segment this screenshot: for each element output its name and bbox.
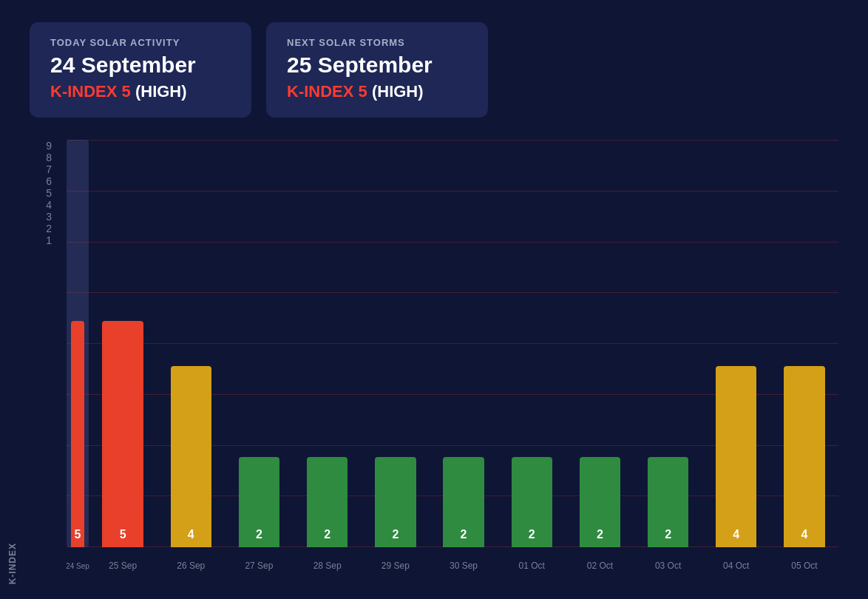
bar-group: 2 <box>566 140 634 547</box>
x-label-group: 04 Oct <box>702 547 770 584</box>
x-axis-label: 30 Sep <box>450 561 478 571</box>
y-axis-label: 1 <box>30 234 59 246</box>
bar-value-label: 2 <box>665 528 671 541</box>
card-subtitle-0: TODAY SOLAR ACTIVITY <box>50 37 231 48</box>
bar-value-label: 4 <box>801 528 808 541</box>
card-date-0: 24 September <box>50 53 231 78</box>
bar-value-label: 2 <box>392 528 399 541</box>
x-label-group: 03 Oct <box>634 547 702 584</box>
x-label-group: 30 Sep <box>430 547 498 584</box>
bar-value-label: 4 <box>188 528 194 541</box>
kindex-label-0: K-INDEX 5 <box>50 82 131 101</box>
x-axis-label: 01 Oct <box>519 561 545 571</box>
bar-group: 2 <box>362 140 430 547</box>
bar: 2 <box>580 457 620 547</box>
x-labels: 24 Sep25 Sep26 Sep27 Sep28 Sep29 Sep30 S… <box>67 547 838 584</box>
bar: 5 <box>71 321 84 547</box>
y-axis-label: 3 <box>30 211 59 223</box>
bar-value-label: 2 <box>597 528 603 541</box>
y-axis-label: 7 <box>30 163 59 175</box>
card-kindex-1: K-INDEX 5 (HIGH) <box>287 82 467 101</box>
bar-group: 2 <box>294 140 362 547</box>
kindex-suffix-0: (HIGH) <box>135 82 187 101</box>
kindex-label-1: K-INDEX 5 <box>287 82 367 101</box>
x-label-group: 28 Sep <box>294 547 362 584</box>
x-axis-label: 03 Oct <box>655 561 681 571</box>
x-label-group: 27 Sep <box>225 547 293 584</box>
x-label-group: 01 Oct <box>498 547 566 584</box>
card-1: NEXT SOLAR STORMS 25 September K-INDEX 5… <box>266 22 488 118</box>
y-axis: 987654321 <box>30 140 59 283</box>
bar: 2 <box>239 457 279 547</box>
y-axis-label: 9 <box>30 140 59 152</box>
bar-group: 2 <box>634 140 702 547</box>
x-axis-label: 02 Oct <box>587 561 613 571</box>
bar: 2 <box>648 457 688 547</box>
bars-row: 554222222244 <box>67 140 838 547</box>
bar: 4 <box>784 366 824 547</box>
y-axis-label: 2 <box>30 223 59 234</box>
bar-value-label: 5 <box>120 528 126 541</box>
bar-value-label: 2 <box>529 528 535 541</box>
bar-value-label: 4 <box>733 528 739 541</box>
bar: 2 <box>443 457 484 547</box>
y-axis-label: 5 <box>30 187 59 199</box>
x-axis-label: 24 Sep <box>66 562 89 570</box>
x-axis-label: 04 Oct <box>723 561 749 571</box>
bar-group: 4 <box>770 140 838 547</box>
chart-inner: 554222222244 24 Sep25 Sep26 Sep27 Sep28 … <box>67 140 838 584</box>
y-axis-label: 8 <box>30 152 59 163</box>
card-subtitle-1: NEXT SOLAR STORMS <box>287 37 467 48</box>
x-axis-label: 26 Sep <box>177 561 205 571</box>
bar: 2 <box>375 457 416 547</box>
card-kindex-0: K-INDEX 5 (HIGH) <box>50 82 231 101</box>
y-axis-title: K-INDEX <box>7 543 18 584</box>
chart-area: 987654321 K-INDEX 554222222244 24 Sep25 … <box>30 140 838 584</box>
x-axis-label: 28 Sep <box>313 561 342 571</box>
bar-group: 2 <box>498 140 566 547</box>
bar: 2 <box>307 457 347 547</box>
bar-value-label: 2 <box>256 528 262 541</box>
bar-value-label: 2 <box>461 528 467 541</box>
y-axis-label: 4 <box>30 199 59 211</box>
card-0: TODAY SOLAR ACTIVITY 24 September K-INDE… <box>30 22 251 118</box>
bar-group: 4 <box>702 140 770 547</box>
bar-group: 2 <box>225 140 293 547</box>
bar-group: 5 <box>89 140 157 547</box>
x-axis-label: 29 Sep <box>382 561 410 571</box>
bar: 5 <box>102 321 143 547</box>
y-axis-label: 6 <box>30 175 59 187</box>
card-date-1: 25 September <box>287 53 467 78</box>
bar: 2 <box>512 457 552 547</box>
bar-value-label: 5 <box>75 528 81 541</box>
x-label-group: 24 Sep <box>67 547 89 584</box>
x-axis-label: 05 Oct <box>791 561 817 571</box>
bar-group: 5 <box>67 140 89 547</box>
bar: 4 <box>171 366 211 547</box>
x-axis-label: 25 Sep <box>109 561 137 571</box>
x-axis-label: 27 Sep <box>245 561 273 571</box>
x-label-group: 05 Oct <box>770 547 838 584</box>
kindex-suffix-1: (HIGH) <box>372 82 424 101</box>
bar-group: 2 <box>430 140 498 547</box>
chart-container: 987654321 K-INDEX 554222222244 24 Sep25 … <box>30 140 838 584</box>
bar: 4 <box>716 366 756 547</box>
x-label-group: 02 Oct <box>566 547 634 584</box>
bar-group: 4 <box>157 140 225 547</box>
x-label-group: 29 Sep <box>362 547 430 584</box>
x-label-group: 26 Sep <box>157 547 225 584</box>
x-label-group: 25 Sep <box>89 547 157 584</box>
bar-value-label: 2 <box>324 528 330 541</box>
cards-row: TODAY SOLAR ACTIVITY 24 September K-INDE… <box>30 22 838 118</box>
